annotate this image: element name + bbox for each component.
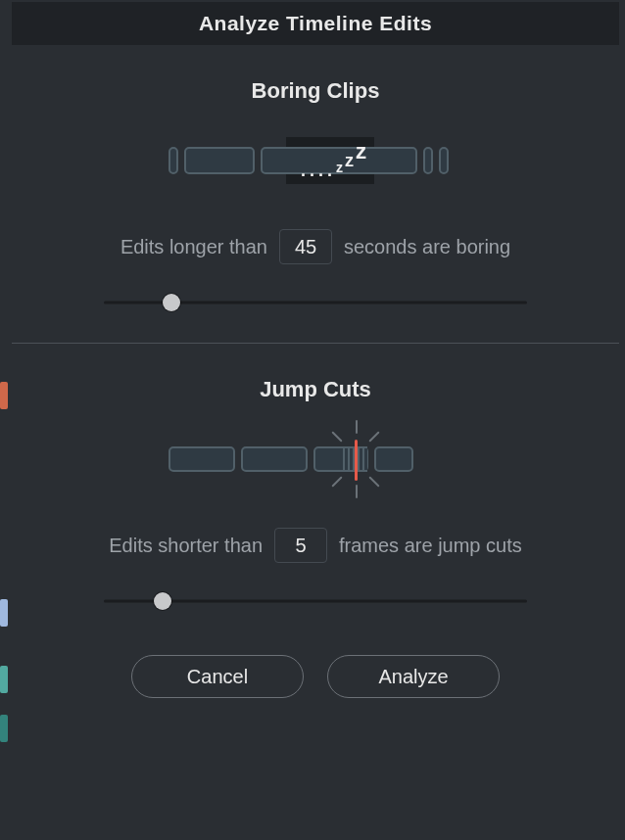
background-sliver [0,666,8,693]
analyze-timeline-edits-panel: Analyze Timeline Edits Boring Clips ....… [12,2,619,840]
clip-segment [168,446,235,472]
boring-threshold-sentence: Edits longer than seconds are boring [35,229,596,264]
analyze-button[interactable]: Analyze [327,655,500,698]
boring-clips-illustration: ....zzz [168,131,462,190]
jumpcuts-sentence-post: frames are jump cuts [339,535,522,557]
clip-segment [423,147,433,174]
boring-sentence-pre: Edits longer than [120,236,267,258]
boring-clips-section: Boring Clips ....zzz Edits longer than s… [12,45,619,343]
background-sliver [0,599,8,627]
cancel-button[interactable]: Cancel [131,655,304,698]
boring-seconds-input[interactable] [279,229,332,264]
panel-titlebar: Analyze Timeline Edits [12,2,619,45]
jumpcuts-threshold-slider[interactable] [104,590,527,612]
cut-marker-icon [355,440,358,481]
clip-segment [184,147,255,174]
boring-clips-heading: Boring Clips [35,78,596,104]
slider-handle[interactable] [154,592,171,610]
jump-cuts-clips-row [168,446,462,472]
background-sliver [0,382,8,409]
jumpcuts-threshold-sentence: Edits shorter than frames are jump cuts [35,528,596,563]
jumpcuts-frames-input[interactable] [274,528,327,563]
clip-segment [241,446,308,472]
jump-cuts-section: Jump Cuts Edits shorter than f [12,343,619,641]
clip-cut-region [340,446,367,472]
clip-segment [168,147,178,174]
background-sliver [0,715,8,742]
slider-handle[interactable] [163,294,180,311]
boring-threshold-slider[interactable] [104,292,527,313]
clip-segment [374,446,413,472]
panel-title: Analyze Timeline Edits [199,12,432,35]
dialog-buttons: Cancel Analyze [12,641,619,731]
sleep-icon: ....zzz [301,149,366,174]
clip-segment [439,147,449,174]
jump-cuts-heading: Jump Cuts [35,377,596,402]
jump-cuts-illustration [168,430,462,489]
jumpcuts-sentence-pre: Edits shorter than [109,535,263,557]
boring-sentence-post: seconds are boring [344,236,510,258]
